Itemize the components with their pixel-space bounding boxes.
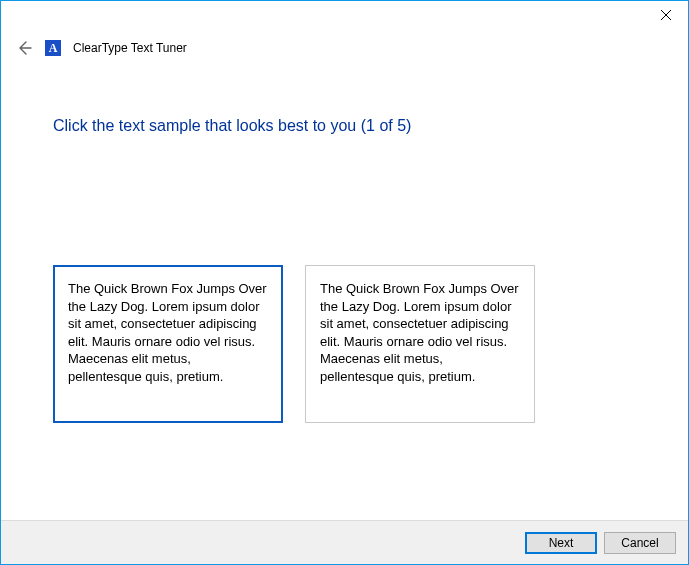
header-row: A ClearType Text Tuner bbox=[1, 31, 688, 57]
footer: Next Cancel bbox=[1, 520, 688, 564]
app-title: ClearType Text Tuner bbox=[73, 41, 187, 55]
close-button[interactable] bbox=[643, 1, 688, 29]
window: A ClearType Text Tuner Click the text sa… bbox=[0, 0, 689, 565]
page-heading: Click the text sample that looks best to… bbox=[53, 117, 636, 135]
cancel-button[interactable]: Cancel bbox=[604, 532, 676, 554]
app-icon: A bbox=[45, 40, 61, 56]
back-button[interactable] bbox=[15, 39, 33, 57]
content-area: Click the text sample that looks best to… bbox=[1, 57, 688, 520]
sample-row: The Quick Brown Fox Jumps Over the Lazy … bbox=[53, 265, 636, 423]
text-sample-2[interactable]: The Quick Brown Fox Jumps Over the Lazy … bbox=[305, 265, 535, 423]
sample-text: The Quick Brown Fox Jumps Over the Lazy … bbox=[320, 281, 519, 384]
close-icon bbox=[661, 10, 671, 20]
app-icon-letter: A bbox=[49, 41, 58, 56]
next-button[interactable]: Next bbox=[525, 532, 597, 554]
back-arrow-icon bbox=[16, 40, 32, 56]
titlebar bbox=[1, 1, 688, 31]
text-sample-1[interactable]: The Quick Brown Fox Jumps Over the Lazy … bbox=[53, 265, 283, 423]
sample-text: The Quick Brown Fox Jumps Over the Lazy … bbox=[68, 281, 267, 384]
